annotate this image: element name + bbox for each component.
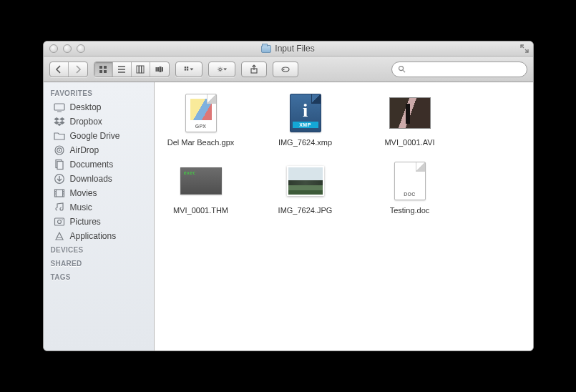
file-thm-icon [180,160,222,202]
file-item[interactable]: MVI_0001.THM [162,160,240,215]
close-window-button[interactable] [49,44,58,53]
titlebar: Input Files [44,41,533,57]
documents-icon [54,159,65,170]
file-label: MVI_0001.THM [173,206,228,215]
file-avi-icon [389,92,431,134]
file-item[interactable]: iXMPIMG_7624.xmp [266,92,345,147]
arrange-menu[interactable] [175,62,202,77]
fullscreen-button[interactable] [520,44,529,53]
pictures-icon [54,216,65,227]
sidebar-item-documents[interactable]: Documents [44,157,154,172]
svg-rect-16 [184,69,185,70]
folder-icon [54,130,65,142]
action-button[interactable] [209,62,235,77]
zoom-window-button[interactable] [77,44,85,53]
search-icon [398,65,406,73]
svg-rect-0 [99,66,102,69]
svg-rect-17 [186,69,187,70]
content-area[interactable]: GPXDel Mar Beach.gpxiXMPIMG_7624.xmpMVI_… [155,82,533,351]
svg-rect-13 [162,67,163,72]
file-jpg-icon [285,160,326,202]
sidebar-item-desktop[interactable]: Desktop [44,100,154,114]
sidebar-item-label: Documents [70,160,114,170]
traffic-lights [44,44,85,53]
folder-icon [261,45,271,53]
file-item[interactable]: IMG_7624.JPG [266,160,345,215]
sidebar-heading: SHARED [44,257,154,270]
svg-line-25 [218,70,219,71]
sidebar-item-dropbox[interactable]: Dropbox [44,114,154,129]
tags-button[interactable] [273,62,298,77]
svg-rect-9 [142,66,144,73]
file-label: IMG_7624.xmp [278,138,332,147]
nav-buttons [49,62,88,77]
svg-point-36 [59,150,60,151]
file-item[interactable]: DOCTesting.doc [371,160,449,215]
file-item[interactable]: GPXDel Mar Beach.gpx [162,92,240,147]
svg-point-18 [218,68,220,70]
svg-point-29 [283,69,284,70]
sidebar-heading: FAVORITES [44,87,154,100]
airdrop-icon [54,144,65,156]
svg-point-51 [62,219,62,220]
back-button[interactable] [50,62,69,77]
svg-point-50 [57,220,61,224]
view-mode-buttons [94,62,170,77]
svg-line-26 [221,67,222,68]
sidebar: FAVORITESDesktopDropboxGoogle DriveAirDr… [44,82,155,351]
svg-line-31 [403,70,405,72]
svg-rect-3 [104,70,107,73]
sidebar-item-pictures[interactable]: Pictures [44,215,154,229]
svg-rect-49 [54,218,64,225]
sidebar-item-label: Applications [70,231,117,241]
action-menu[interactable] [208,62,235,77]
search-field[interactable] [391,62,527,77]
svg-rect-1 [104,66,107,69]
svg-rect-8 [140,66,142,73]
svg-rect-38 [57,162,63,170]
sidebar-item-label: Downloads [70,174,112,184]
sidebar-item-label: Dropbox [70,117,102,127]
svg-rect-11 [157,67,159,72]
sidebar-item-label: Music [70,202,92,212]
sidebar-item-label: Movies [70,188,97,198]
sidebar-heading: DEVICES [44,243,154,257]
file-xmp-icon: iXMP [285,92,326,134]
forward-button[interactable] [69,62,87,77]
sidebar-item-google-drive[interactable]: Google Drive [44,129,154,143]
sidebar-item-label: Google Drive [70,131,120,141]
sidebar-item-airdrop[interactable]: AirDrop [44,143,154,157]
movies-icon [54,187,65,199]
file-label: Del Mar Beach.gpx [167,138,235,147]
dropbox-icon [54,116,65,127]
sidebar-item-label: Desktop [70,102,102,112]
svg-rect-14 [184,67,185,68]
coverflow-view-button[interactable] [150,62,169,77]
file-label: Testing.doc [390,206,430,215]
toolbar [44,57,533,82]
finder-window: Input Files [43,41,534,351]
file-label: MVI_0001.AVI [384,138,434,147]
svg-point-30 [399,67,403,71]
desktop-icon [54,102,65,113]
svg-rect-12 [159,67,161,72]
sidebar-item-movies[interactable]: Movies [44,186,154,200]
share-button[interactable] [241,62,267,77]
file-doc-icon: DOC [389,160,431,202]
list-view-button[interactable] [113,62,132,77]
file-item[interactable]: MVI_0001.AVI [371,92,449,147]
minimize-window-button[interactable] [63,44,72,53]
file-label: IMG_7624.JPG [278,206,333,215]
sidebar-item-downloads[interactable]: Downloads [44,172,154,186]
arrange-button[interactable] [176,62,202,77]
svg-rect-10 [155,67,157,72]
column-view-button[interactable] [132,62,150,77]
sidebar-item-label: AirDrop [70,145,99,155]
sidebar-item-music[interactable]: Music [44,200,154,215]
file-gpx-icon: GPX [180,92,222,134]
sidebar-item-label: Pictures [70,217,101,227]
sidebar-item-applications[interactable]: Applications [44,229,154,243]
icon-view-button[interactable] [94,62,113,77]
svg-rect-15 [186,67,187,68]
search-input[interactable] [409,65,521,74]
